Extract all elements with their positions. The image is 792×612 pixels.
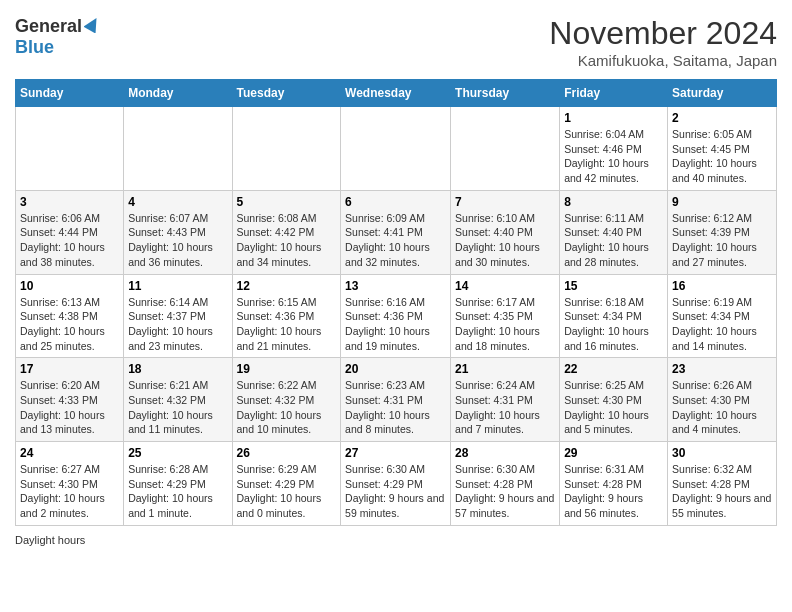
day-info: Sunrise: 6:18 AM Sunset: 4:34 PM Dayligh… xyxy=(564,295,663,354)
calendar-table: SundayMondayTuesdayWednesdayThursdayFrid… xyxy=(15,79,777,526)
day-number: 12 xyxy=(237,279,337,293)
calendar-day-header: Thursday xyxy=(451,80,560,107)
day-info: Sunrise: 6:30 AM Sunset: 4:28 PM Dayligh… xyxy=(455,462,555,521)
day-info: Sunrise: 6:21 AM Sunset: 4:32 PM Dayligh… xyxy=(128,378,227,437)
calendar-cell xyxy=(16,107,124,191)
calendar-day-header: Monday xyxy=(124,80,232,107)
day-info: Sunrise: 6:31 AM Sunset: 4:28 PM Dayligh… xyxy=(564,462,663,521)
day-info: Sunrise: 6:19 AM Sunset: 4:34 PM Dayligh… xyxy=(672,295,772,354)
calendar-week-row: 24Sunrise: 6:27 AM Sunset: 4:30 PM Dayli… xyxy=(16,442,777,526)
day-info: Sunrise: 6:17 AM Sunset: 4:35 PM Dayligh… xyxy=(455,295,555,354)
calendar-cell: 23Sunrise: 6:26 AM Sunset: 4:30 PM Dayli… xyxy=(668,358,777,442)
calendar-footer: Daylight hours xyxy=(15,534,777,546)
logo-icon xyxy=(84,15,102,33)
day-number: 6 xyxy=(345,195,446,209)
calendar-cell: 2Sunrise: 6:05 AM Sunset: 4:45 PM Daylig… xyxy=(668,107,777,191)
day-info: Sunrise: 6:11 AM Sunset: 4:40 PM Dayligh… xyxy=(564,211,663,270)
calendar-cell: 24Sunrise: 6:27 AM Sunset: 4:30 PM Dayli… xyxy=(16,442,124,526)
calendar-cell: 1Sunrise: 6:04 AM Sunset: 4:46 PM Daylig… xyxy=(560,107,668,191)
day-number: 23 xyxy=(672,362,772,376)
calendar-week-row: 3Sunrise: 6:06 AM Sunset: 4:44 PM Daylig… xyxy=(16,190,777,274)
calendar-day-header: Sunday xyxy=(16,80,124,107)
day-info: Sunrise: 6:09 AM Sunset: 4:41 PM Dayligh… xyxy=(345,211,446,270)
calendar-cell xyxy=(232,107,341,191)
day-info: Sunrise: 6:24 AM Sunset: 4:31 PM Dayligh… xyxy=(455,378,555,437)
day-info: Sunrise: 6:13 AM Sunset: 4:38 PM Dayligh… xyxy=(20,295,119,354)
calendar-cell: 5Sunrise: 6:08 AM Sunset: 4:42 PM Daylig… xyxy=(232,190,341,274)
calendar-body: 1Sunrise: 6:04 AM Sunset: 4:46 PM Daylig… xyxy=(16,107,777,526)
day-info: Sunrise: 6:28 AM Sunset: 4:29 PM Dayligh… xyxy=(128,462,227,521)
day-info: Sunrise: 6:14 AM Sunset: 4:37 PM Dayligh… xyxy=(128,295,227,354)
calendar-cell: 29Sunrise: 6:31 AM Sunset: 4:28 PM Dayli… xyxy=(560,442,668,526)
day-info: Sunrise: 6:30 AM Sunset: 4:29 PM Dayligh… xyxy=(345,462,446,521)
day-number: 21 xyxy=(455,362,555,376)
calendar-cell: 28Sunrise: 6:30 AM Sunset: 4:28 PM Dayli… xyxy=(451,442,560,526)
daylight-label: Daylight hours xyxy=(15,534,85,546)
day-info: Sunrise: 6:16 AM Sunset: 4:36 PM Dayligh… xyxy=(345,295,446,354)
calendar-cell: 13Sunrise: 6:16 AM Sunset: 4:36 PM Dayli… xyxy=(341,274,451,358)
day-info: Sunrise: 6:06 AM Sunset: 4:44 PM Dayligh… xyxy=(20,211,119,270)
day-number: 4 xyxy=(128,195,227,209)
day-number: 22 xyxy=(564,362,663,376)
day-info: Sunrise: 6:08 AM Sunset: 4:42 PM Dayligh… xyxy=(237,211,337,270)
day-info: Sunrise: 6:07 AM Sunset: 4:43 PM Dayligh… xyxy=(128,211,227,270)
logo-general-text: General xyxy=(15,16,82,37)
calendar-cell: 6Sunrise: 6:09 AM Sunset: 4:41 PM Daylig… xyxy=(341,190,451,274)
calendar-cell xyxy=(124,107,232,191)
calendar-cell: 19Sunrise: 6:22 AM Sunset: 4:32 PM Dayli… xyxy=(232,358,341,442)
calendar-cell: 21Sunrise: 6:24 AM Sunset: 4:31 PM Dayli… xyxy=(451,358,560,442)
calendar-cell: 7Sunrise: 6:10 AM Sunset: 4:40 PM Daylig… xyxy=(451,190,560,274)
logo-blue-text: Blue xyxy=(15,37,54,57)
page-header: General Blue November 2024 Kamifukuoka, … xyxy=(15,15,777,69)
day-number: 16 xyxy=(672,279,772,293)
calendar-cell: 9Sunrise: 6:12 AM Sunset: 4:39 PM Daylig… xyxy=(668,190,777,274)
day-info: Sunrise: 6:23 AM Sunset: 4:31 PM Dayligh… xyxy=(345,378,446,437)
day-number: 17 xyxy=(20,362,119,376)
day-info: Sunrise: 6:12 AM Sunset: 4:39 PM Dayligh… xyxy=(672,211,772,270)
calendar-cell xyxy=(341,107,451,191)
day-number: 2 xyxy=(672,111,772,125)
day-number: 20 xyxy=(345,362,446,376)
calendar-cell: 30Sunrise: 6:32 AM Sunset: 4:28 PM Dayli… xyxy=(668,442,777,526)
calendar-day-header: Wednesday xyxy=(341,80,451,107)
calendar-cell: 18Sunrise: 6:21 AM Sunset: 4:32 PM Dayli… xyxy=(124,358,232,442)
calendar-week-row: 17Sunrise: 6:20 AM Sunset: 4:33 PM Dayli… xyxy=(16,358,777,442)
calendar-cell: 11Sunrise: 6:14 AM Sunset: 4:37 PM Dayli… xyxy=(124,274,232,358)
day-info: Sunrise: 6:27 AM Sunset: 4:30 PM Dayligh… xyxy=(20,462,119,521)
day-number: 14 xyxy=(455,279,555,293)
calendar-cell: 17Sunrise: 6:20 AM Sunset: 4:33 PM Dayli… xyxy=(16,358,124,442)
day-number: 18 xyxy=(128,362,227,376)
day-info: Sunrise: 6:04 AM Sunset: 4:46 PM Dayligh… xyxy=(564,127,663,186)
svg-marker-0 xyxy=(84,15,102,33)
calendar-cell: 15Sunrise: 6:18 AM Sunset: 4:34 PM Dayli… xyxy=(560,274,668,358)
day-info: Sunrise: 6:20 AM Sunset: 4:33 PM Dayligh… xyxy=(20,378,119,437)
day-number: 7 xyxy=(455,195,555,209)
calendar-cell: 14Sunrise: 6:17 AM Sunset: 4:35 PM Dayli… xyxy=(451,274,560,358)
logo: General Blue xyxy=(15,15,102,58)
day-number: 1 xyxy=(564,111,663,125)
day-info: Sunrise: 6:10 AM Sunset: 4:40 PM Dayligh… xyxy=(455,211,555,270)
day-number: 8 xyxy=(564,195,663,209)
calendar-cell: 16Sunrise: 6:19 AM Sunset: 4:34 PM Dayli… xyxy=(668,274,777,358)
calendar-cell: 26Sunrise: 6:29 AM Sunset: 4:29 PM Dayli… xyxy=(232,442,341,526)
calendar-cell: 4Sunrise: 6:07 AM Sunset: 4:43 PM Daylig… xyxy=(124,190,232,274)
calendar-day-header: Friday xyxy=(560,80,668,107)
day-number: 11 xyxy=(128,279,227,293)
calendar-cell: 27Sunrise: 6:30 AM Sunset: 4:29 PM Dayli… xyxy=(341,442,451,526)
calendar-cell: 12Sunrise: 6:15 AM Sunset: 4:36 PM Dayli… xyxy=(232,274,341,358)
calendar-day-header: Tuesday xyxy=(232,80,341,107)
day-number: 15 xyxy=(564,279,663,293)
calendar-cell: 3Sunrise: 6:06 AM Sunset: 4:44 PM Daylig… xyxy=(16,190,124,274)
day-info: Sunrise: 6:25 AM Sunset: 4:30 PM Dayligh… xyxy=(564,378,663,437)
day-number: 30 xyxy=(672,446,772,460)
day-number: 19 xyxy=(237,362,337,376)
day-number: 26 xyxy=(237,446,337,460)
day-info: Sunrise: 6:22 AM Sunset: 4:32 PM Dayligh… xyxy=(237,378,337,437)
calendar-cell xyxy=(451,107,560,191)
calendar-cell: 25Sunrise: 6:28 AM Sunset: 4:29 PM Dayli… xyxy=(124,442,232,526)
calendar-cell: 8Sunrise: 6:11 AM Sunset: 4:40 PM Daylig… xyxy=(560,190,668,274)
calendar-cell: 10Sunrise: 6:13 AM Sunset: 4:38 PM Dayli… xyxy=(16,274,124,358)
day-info: Sunrise: 6:05 AM Sunset: 4:45 PM Dayligh… xyxy=(672,127,772,186)
day-number: 28 xyxy=(455,446,555,460)
calendar-cell: 22Sunrise: 6:25 AM Sunset: 4:30 PM Dayli… xyxy=(560,358,668,442)
